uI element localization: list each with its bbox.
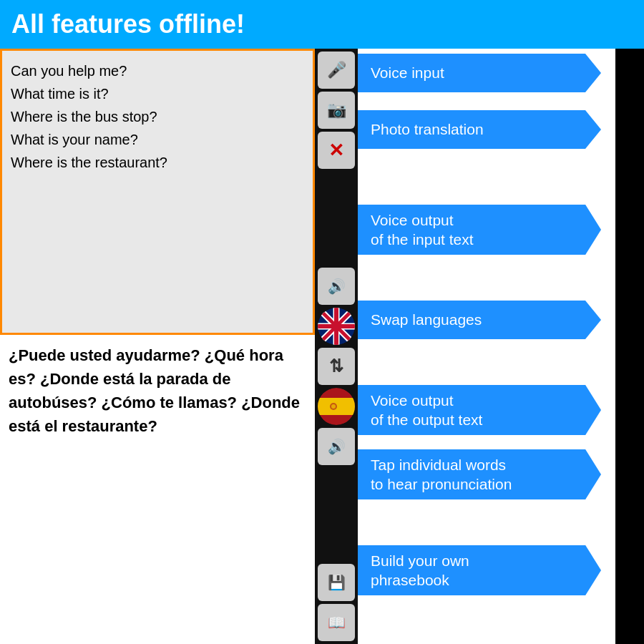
clear-button[interactable]: ✕ — [318, 132, 355, 169]
volume-output-icon: 🔊 — [328, 438, 346, 455]
voice-output-output-feature: Voice outputof the output text — [358, 378, 615, 442]
header: All features offline! — [0, 0, 644, 49]
swap-icon: ⇅ — [329, 356, 343, 376]
input-area[interactable]: Can you help me? What time is it? Where … — [0, 49, 315, 335]
photo-translation-feature: Photo translation — [358, 97, 615, 162]
close-icon: ✕ — [328, 140, 344, 162]
save-phrasebook-button[interactable]: 💾 — [318, 564, 355, 601]
main-area: Can you help me? What time is it? Where … — [0, 49, 644, 644]
volume-input-icon: 🔊 — [328, 278, 346, 295]
voice-output-output-button[interactable]: 🔊 — [318, 428, 355, 465]
voice-output-input-feature: Voice outputof the input text — [358, 197, 615, 262]
spain-flag-icon — [318, 388, 355, 425]
swap-languages-feature: Swap languages — [358, 299, 615, 341]
photo-translation-label: Photo translation — [358, 110, 601, 149]
voice-output-output-label: Voice outputof the output text — [358, 385, 601, 436]
tap-words-label: Tap individual wordsto hear pronunciatio… — [358, 449, 601, 500]
spacer-book — [358, 602, 615, 644]
open-phrasebook-button[interactable]: 📖 — [318, 604, 355, 641]
spacer-flag2 — [358, 341, 615, 378]
toolbar: 🎤 📷 ✕ 🔊 — [315, 49, 358, 644]
phrasebook-label: Build your ownphrasebook — [358, 545, 601, 596]
input-line-2: What time is it? — [11, 82, 304, 105]
voice-input-label: Voice input — [358, 54, 601, 92]
spacer-x — [358, 162, 615, 197]
swap-languages-label: Swap languages — [358, 301, 601, 339]
input-line-3: Where is the bus stop? — [11, 105, 304, 128]
spacer-bottom — [358, 507, 615, 538]
right-panel: Voice input Photo translation Voice outp… — [358, 49, 615, 644]
input-line-5: Where is the restaurant? — [11, 151, 304, 174]
microphone-button[interactable]: 🎤 — [318, 52, 355, 89]
voice-output-input-button[interactable]: 🔊 — [318, 268, 355, 305]
phrasebook-feature: Build your ownphrasebook — [358, 538, 615, 602]
target-language-button[interactable] — [318, 388, 355, 425]
microphone-icon: 🎤 — [327, 61, 346, 79]
voice-input-feature: Voice input — [358, 49, 615, 97]
spacer-flag1 — [358, 262, 615, 299]
input-line-1: Can you help me? — [11, 59, 304, 82]
output-area[interactable]: ¿Puede usted ayudarme? ¿Qué hora es? ¿Do… — [0, 335, 315, 644]
book-icon: 📖 — [328, 614, 346, 631]
voice-output-input-label: Voice outputof the input text — [358, 205, 601, 255]
save-icon: 💾 — [328, 574, 346, 591]
input-line-4: What is your name? — [11, 128, 304, 151]
swap-languages-button[interactable]: ⇅ — [318, 348, 355, 385]
source-language-button[interactable] — [318, 308, 355, 345]
camera-icon: 📷 — [327, 101, 346, 119]
tap-words-feature: Tap individual wordsto hear pronunciatio… — [358, 442, 615, 507]
svg-point-13 — [331, 404, 336, 409]
left-panel: Can you help me? What time is it? Where … — [0, 49, 315, 644]
page-title: All features offline! — [11, 9, 245, 39]
output-text: ¿Puede usted ayudarme? ¿Qué hora es? ¿Do… — [9, 346, 300, 435]
uk-flag-icon — [318, 308, 355, 345]
camera-button[interactable]: 📷 — [318, 92, 355, 129]
